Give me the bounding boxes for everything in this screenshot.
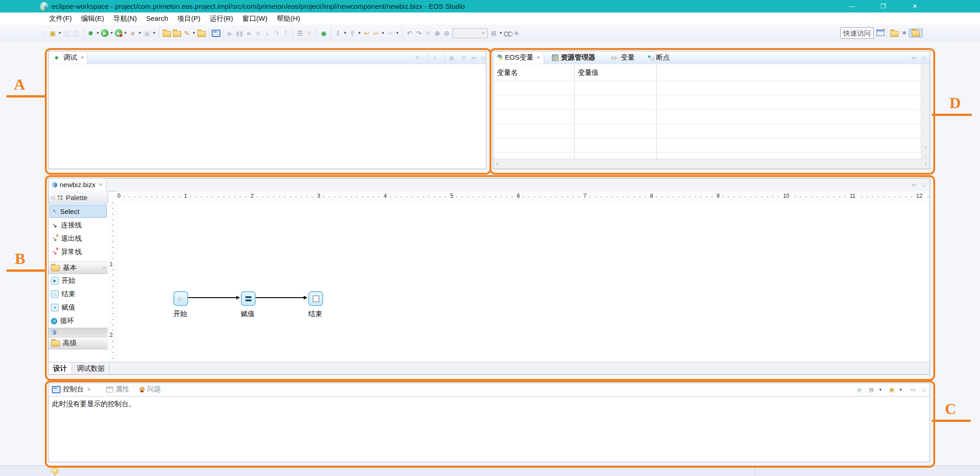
redo-icon[interactable] (414, 29, 423, 38)
pin-debug-icon[interactable] (430, 53, 440, 62)
tab-variables[interactable]: (x)= 变量 (608, 51, 638, 64)
flow-node-start[interactable]: ▷ (173, 291, 188, 306)
tab-debug-close-icon[interactable]: ✕ (80, 55, 84, 60)
stop-dropdown[interactable] (137, 29, 142, 38)
column-variable-name[interactable]: 变量名 (493, 64, 578, 81)
annotate-icon[interactable] (182, 29, 191, 38)
settings-icon[interactable] (512, 29, 521, 38)
maximize-view-icon[interactable] (919, 385, 929, 394)
step-return-icon[interactable] (281, 29, 290, 38)
open-console-icon[interactable] (887, 385, 896, 394)
flow-node-end[interactable] (308, 291, 323, 306)
palette-drawer-advanced[interactable]: 高级 (49, 337, 108, 349)
scroll-down-icon[interactable]: ⌄ (922, 153, 929, 158)
column-divider[interactable] (574, 64, 575, 159)
palette-item-assign[interactable]: = 赋值 (49, 301, 108, 314)
layout-dropdown[interactable] (498, 29, 503, 38)
save-all-icon[interactable] (72, 29, 81, 38)
delete-icon[interactable] (423, 29, 433, 38)
scroll-up-icon[interactable]: ⌃ (922, 146, 929, 151)
tab-debug[interactable]: 调试 ✕ (49, 51, 88, 64)
save-icon[interactable] (62, 29, 72, 38)
menu-window[interactable]: 窗口(W) (238, 12, 272, 24)
minimize-view-icon[interactable] (909, 53, 919, 62)
quick-access-button[interactable]: 快速访问 (840, 27, 874, 39)
tab-newbiz-bizx-close-icon[interactable]: ✕ (99, 182, 103, 187)
eos-perspective-active[interactable] (909, 29, 923, 37)
resume-icon[interactable] (226, 29, 235, 38)
filter-icon[interactable] (305, 29, 314, 38)
back-icon[interactable] (371, 29, 380, 38)
terminate-icon[interactable] (244, 29, 253, 38)
scroll-right-icon[interactable]: › (925, 160, 927, 167)
undo-icon[interactable] (405, 29, 414, 38)
menu-run[interactable]: 运行(R) (205, 12, 238, 24)
next-annotation-dropdown[interactable] (343, 29, 348, 38)
palette-item-start[interactable]: ▶ 开始 (49, 274, 108, 287)
tab-eos-variables[interactable]: EOS变量 ✕ (493, 51, 544, 64)
tab-console-close-icon[interactable]: ✕ (87, 387, 91, 392)
tab-problems[interactable]: 问题 (136, 383, 164, 396)
stop-icon[interactable] (128, 29, 137, 38)
vertical-scrollbar[interactable]: ⌃ ⌄ (921, 64, 930, 159)
flow-connector[interactable] (187, 297, 237, 298)
external-tools-dropdown[interactable] (152, 29, 157, 38)
run-icon[interactable] (101, 29, 109, 37)
zoom-level-combo[interactable] (453, 28, 488, 38)
lightbulb-icon[interactable] (52, 468, 58, 474)
close-window-button[interactable]: ✕ (904, 0, 925, 12)
flow-canvas[interactable]: ▷ 开始 赋值 结束 (118, 202, 930, 362)
back-dropdown[interactable] (380, 29, 386, 38)
minimize-view-icon[interactable] (469, 53, 478, 62)
minimize-window-button[interactable]: — (841, 0, 863, 12)
tab-newbiz-bizx[interactable]: newbiz.bizx ✕ (49, 178, 106, 191)
run-dropdown[interactable] (109, 29, 114, 38)
palette-item-loop[interactable]: ↺ 循环 (49, 314, 108, 328)
palette-tool-select[interactable]: ↖ Select (49, 205, 107, 218)
pin-console-icon[interactable] (855, 385, 864, 394)
tab-properties[interactable]: 属性 (103, 383, 133, 396)
show-instructions-icon[interactable] (295, 29, 305, 38)
menu-help[interactable]: 帮助(H) (272, 12, 305, 24)
open-folder-icon[interactable] (197, 31, 206, 37)
palette-item-partial[interactable] (49, 328, 108, 337)
open-resource-icon[interactable] (173, 31, 181, 37)
tab-console[interactable]: 控制台 ✕ (49, 383, 94, 396)
layout-icon[interactable] (489, 29, 498, 38)
tab-resource-manager[interactable]: 资源管理器 (549, 51, 599, 64)
new-wizard-icon[interactable] (48, 29, 57, 38)
next-annotation-icon[interactable] (333, 29, 343, 38)
maximize-view-icon[interactable] (478, 53, 488, 62)
palette-tool-connection-line[interactable]: ↘ 连接线 (49, 219, 108, 232)
step-into-icon[interactable] (263, 29, 272, 38)
maximize-window-button[interactable]: ❐ (872, 0, 894, 12)
zoom-in-icon[interactable] (433, 29, 442, 38)
suspend-icon[interactable] (235, 29, 244, 38)
debug-icon[interactable] (86, 29, 95, 38)
menu-search[interactable]: Search (141, 12, 173, 24)
prev-annotation-dropdown[interactable] (357, 29, 362, 38)
collapse-palette-icon[interactable]: ◁ (50, 195, 54, 201)
menu-project[interactable]: 项目(P) (173, 12, 205, 24)
open-console-dropdown[interactable] (898, 385, 903, 394)
menu-edit[interactable]: 编辑(E) (76, 12, 109, 24)
palette-tool-exception-line[interactable]: ↘E 异常线 (49, 245, 108, 259)
tab-eos-variables-close-icon[interactable]: ✕ (537, 55, 540, 60)
scroll-left-icon[interactable]: ‹ (496, 160, 498, 167)
resource-perspective-icon[interactable] (890, 31, 899, 37)
column-divider[interactable] (656, 64, 657, 159)
debug-perspective-icon[interactable] (900, 28, 909, 37)
palette-drawer-basic[interactable]: 基本 « (49, 262, 108, 274)
run-last-dropdown[interactable] (123, 29, 128, 38)
display-console-dropdown[interactable] (878, 385, 883, 394)
view-menu-icon[interactable] (459, 53, 468, 62)
maximize-view-icon[interactable] (919, 53, 929, 62)
flow-node-assign[interactable] (241, 291, 256, 306)
new-wizard-dropdown[interactable] (57, 29, 62, 38)
tab-debug-data[interactable]: 调试数据 (72, 362, 110, 374)
column-variable-value[interactable]: 变量值 (574, 64, 660, 81)
forward-icon[interactable] (386, 29, 395, 38)
forward-dropdown[interactable] (395, 29, 400, 38)
flow-connector[interactable] (255, 297, 305, 298)
run-last-icon[interactable] (115, 29, 122, 37)
